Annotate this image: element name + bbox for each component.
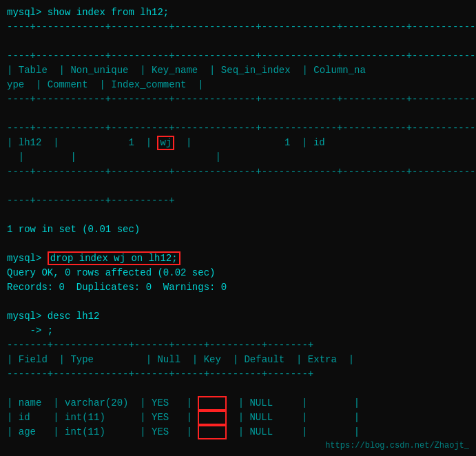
highlight-key-id [198,411,227,425]
arrow-line: -> ; [7,324,469,338]
prompt-3: mysql> [7,311,48,322]
highlight-drop-cmd: drop index wj on lh12; [48,251,180,265]
empty-line-4 [7,208,469,222]
sep-top: ----+------------+----------+-----------… [7,20,469,34]
empty-line-3 [7,179,469,194]
sep-data-top: ----+------------+----------+-----------… [7,121,469,136]
desc-row-name-top [7,382,469,396]
sep-data-bot: ----+------------+----------+-----------… [7,165,469,179]
command-line-2: mysql> drop index wj on lh12; [7,251,469,266]
command-line-1: mysql> show index from lh12; [7,6,469,20]
empty-line-1 [7,34,469,49]
highlight-key-name [198,396,227,411]
data-row-cont: | | | [7,150,469,165]
watermark: https://blog.csdn.net/Zhaojt_ [325,441,469,450]
desc-row-name: | name | varchar(20) | YES | | NULL | | [7,396,469,411]
header-row-2: ype | Comment | Index_comment | [7,78,469,92]
sep-header-bot: ----+------------+----------+-----------… [7,92,469,107]
data-row-1: | lh12 | 1 | wj | 1 | id [7,136,469,150]
empty-line-5 [7,237,469,251]
desc-row-id: | id | int(11) | YES | | NULL | | [7,411,469,425]
empty-line-6 [7,295,469,309]
desc-sep-top: -------+-------------+------+-----+-----… [7,338,469,353]
highlight-key-age [198,425,227,439]
terminal: mysql> show index from lh12; ----+------… [0,0,476,456]
sep-header-top: ----+------------+----------+-----------… [7,49,469,63]
sep-mid: ----+------------+----------+ [7,194,469,208]
desc-sep-header: -------+-------------+------+-----+-----… [7,367,469,382]
prompt-2: mysql> [7,253,48,264]
command-line-3: mysql> desc lh12 [7,309,469,324]
row-count-1: 1 row in set (0.01 sec) [7,222,469,237]
highlight-wj: wj [157,136,174,150]
records-line: Records: 0 Duplicates: 0 Warnings: 0 [7,280,469,295]
prompt-1: mysql> [7,7,48,18]
header-row-1: | Table | Non_unique | Key_name | Seq_in… [7,63,469,78]
cmd-1: show index from lh12; [48,7,169,18]
desc-header: | Field | Type | Null | Key | Default | … [7,353,469,367]
desc-row-age: | age | int(11) | YES | | NULL | | [7,425,469,439]
cmd-3: desc lh12 [48,311,100,322]
empty-line-2 [7,107,469,121]
query-ok: Query OK, 0 rows affected (0.02 sec) [7,266,469,280]
